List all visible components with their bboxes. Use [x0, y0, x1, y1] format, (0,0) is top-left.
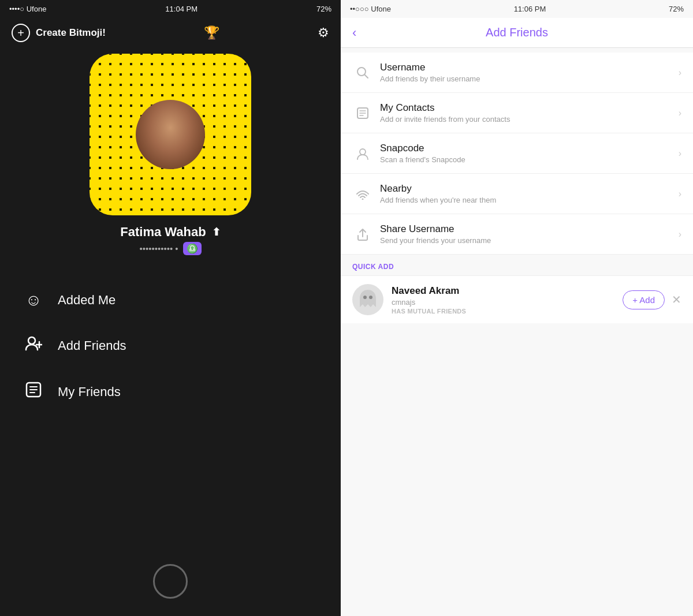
snapcode-image — [90, 54, 251, 215]
svg-point-13 — [360, 149, 366, 155]
battery-right: 72% — [669, 5, 684, 13]
chevron-icon-3: › — [679, 148, 681, 159]
time-right: 11:06 PM — [514, 5, 546, 13]
search-icon — [352, 62, 373, 83]
qa-mutual: HAS MUTUAL FRIENDS — [392, 308, 623, 315]
share-username-text: Share Username Send your friends your us… — [380, 223, 679, 245]
share-username-sub: Send your friends your username — [380, 236, 679, 245]
snapcode-title: Snapcode — [380, 143, 679, 154]
qa-name: Naveed Akram — [392, 285, 623, 297]
add-button[interactable]: + Add — [623, 290, 665, 309]
status-bar-left: ••••○ Ufone 11:04 PM 72% — [0, 0, 341, 18]
menu-item-share-username[interactable]: Share Username Send your friends your us… — [341, 214, 693, 255]
trophy-icon[interactable]: 🏆 — [204, 25, 219, 40]
dismiss-button[interactable]: ✕ — [672, 293, 681, 307]
carrier-left: ••••○ Ufone — [9, 5, 46, 13]
share-icon[interactable]: ⬆ — [212, 226, 221, 238]
chevron-icon-4: › — [679, 189, 681, 199]
home-button[interactable] — [153, 564, 188, 599]
battery-left: 72% — [316, 5, 331, 13]
share-username-icon — [352, 224, 373, 245]
face-skin — [136, 100, 205, 169]
qa-handle: cmnajs — [392, 298, 623, 307]
nearby-icon — [352, 184, 373, 204]
quick-add-header: QUICK ADD — [341, 255, 693, 275]
share-username-title: Share Username — [380, 223, 679, 235]
contacts-sub: Add or invite friends from your contacts — [380, 115, 679, 124]
chevron-icon: › — [679, 68, 681, 78]
carrier-right: ••○○○ Ufone — [350, 5, 391, 13]
nav-items: ☺ Added Me Add Friends — [0, 278, 341, 415]
add-friend-icon — [23, 335, 44, 356]
user-name: Fatima Wahab ⬆ — [120, 225, 220, 240]
my-friends-icon — [23, 382, 44, 402]
svg-point-0 — [28, 337, 35, 344]
header-right: ‹ Add Friends — [341, 18, 693, 48]
menu-list: Username Add friends by their username ›… — [341, 53, 693, 255]
nearby-title: Nearby — [380, 183, 679, 195]
nav-item-my-friends[interactable]: My Friends — [0, 369, 341, 415]
user-handle: ••••••••••• • ♎ — [139, 242, 201, 255]
zodiac-badge: ♎ — [183, 242, 202, 255]
top-bar-left: + Create Bitmoji! 🏆 ⚙ — [0, 18, 341, 48]
gear-icon[interactable]: ⚙ — [318, 25, 329, 40]
nav-item-added-me[interactable]: ☺ Added Me — [0, 278, 341, 322]
username-sub: Add friends by their username — [380, 74, 679, 83]
right-panel: ••○○○ Ufone 11:06 PM 72% ‹ Add Friends U… — [341, 0, 693, 616]
left-panel: ••••○ Ufone 11:04 PM 72% + Create Bitmoj… — [0, 0, 341, 616]
nav-label-added-me: Added Me — [58, 293, 116, 308]
chevron-icon-5: › — [679, 229, 681, 240]
username-title: Username — [380, 62, 679, 73]
username-text: Username Add friends by their username — [380, 62, 679, 83]
quick-add-item: Naveed Akram cmnajs HAS MUTUAL FRIENDS +… — [341, 275, 693, 323]
profile-face — [136, 100, 205, 169]
create-bitmoji-label: Create Bitmoji! — [36, 27, 106, 39]
contacts-title: My Contacts — [380, 102, 679, 114]
menu-item-nearby[interactable]: Nearby Add friends when you're near them… — [341, 174, 693, 214]
snapcode-text: Snapcode Scan a friend's Snapcode — [380, 143, 679, 164]
smiley-icon: ☺ — [23, 291, 44, 309]
snapcode-sub: Scan a friend's Snapcode — [380, 155, 679, 164]
back-button[interactable]: ‹ — [352, 25, 356, 40]
nav-label-add-friends: Add Friends — [58, 338, 126, 353]
contacts-icon — [352, 103, 373, 124]
svg-line-8 — [364, 74, 368, 78]
nearby-text: Nearby Add friends when you're near them — [380, 183, 679, 204]
nav-item-add-friends[interactable]: Add Friends — [0, 322, 341, 369]
add-circle-icon: + — [12, 24, 30, 42]
nearby-sub: Add friends when you're near them — [380, 196, 679, 204]
menu-item-snapcode[interactable]: Snapcode Scan a friend's Snapcode › — [341, 133, 693, 174]
snapcode-icon — [352, 143, 373, 164]
menu-item-username[interactable]: Username Add friends by their username › — [341, 53, 693, 93]
svg-point-16 — [363, 296, 367, 299]
quick-add-avatar — [352, 284, 383, 315]
svg-point-14 — [362, 198, 364, 200]
create-bitmoji-button[interactable]: + Create Bitmoji! — [12, 24, 106, 42]
nav-label-my-friends: My Friends — [58, 384, 121, 400]
svg-point-17 — [369, 296, 372, 299]
contacts-text: My Contacts Add or invite friends from y… — [380, 102, 679, 124]
quick-add-info: Naveed Akram cmnajs HAS MUTUAL FRIENDS — [392, 285, 623, 315]
menu-item-contacts[interactable]: My Contacts Add or invite friends from y… — [341, 93, 693, 133]
page-title: Add Friends — [486, 26, 548, 39]
chevron-icon-2: › — [679, 108, 681, 118]
status-bar-right: ••○○○ Ufone 11:06 PM 72% — [341, 0, 693, 18]
time-left: 11:04 PM — [165, 5, 198, 13]
